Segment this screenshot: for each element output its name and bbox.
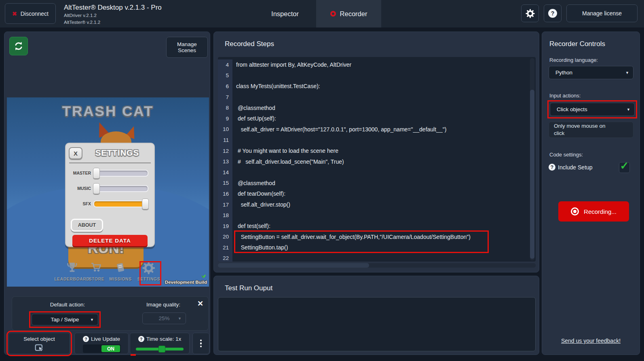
master-volume-row: MASTER [68, 168, 148, 178]
chevron-down-icon: ▼ [178, 317, 182, 321]
code-lines: 4from alttester import By, AltKeyCode, A… [218, 59, 536, 262]
toggle-on-state: ON [101, 345, 120, 352]
only-move-mouse-button[interactable]: Only move mouse on click [549, 122, 633, 138]
refresh-icon [13, 41, 24, 51]
altdriver-version: AltDriver v.2.1.2 [64, 13, 162, 18]
default-action-highlight-frame: Tap / Swipe ▼ [29, 311, 101, 328]
development-build-label: Development Build [165, 280, 207, 285]
include-setup-checkbox[interactable]: ✓ [619, 162, 630, 173]
horizontal-scrollbar [218, 263, 536, 268]
test-run-output-box [218, 297, 536, 351]
input-actions-label: Input actions: [549, 93, 581, 99]
refresh-button[interactable] [9, 37, 28, 55]
recording-button[interactable]: Recording... [558, 201, 629, 222]
check-icon: ✓ [620, 160, 629, 172]
code-settings-label: Code settings: [549, 152, 583, 158]
alttester-version: AltTester® v.2.1.2 [64, 19, 162, 25]
code-line: 12 # You might want to load the scene he… [218, 146, 536, 156]
question-icon: ? [138, 336, 144, 342]
slider-knob[interactable] [142, 198, 149, 209]
dialog-close-button[interactable]: X [69, 147, 82, 159]
code-line: 14 [218, 167, 536, 178]
gear-icon [526, 9, 535, 18]
about-button[interactable]: ABOUT [71, 219, 103, 232]
settings-button[interactable] [521, 4, 539, 22]
music-volume-row: MUSIC [68, 183, 148, 194]
recording-language-label: Recording language: [549, 57, 598, 63]
include-setup-row: ? Include Setup [549, 164, 593, 171]
include-setup-label: Include Setup [558, 164, 593, 171]
master-label: MASTER [68, 171, 93, 175]
red-marker [131, 354, 136, 356]
sfx-label: SFX [68, 201, 93, 206]
question-icon: ? [548, 9, 557, 18]
manage-license-button[interactable]: Manage license [566, 4, 638, 22]
live-update-toggle[interactable]: ON [83, 344, 121, 353]
input-actions-dropdown[interactable]: Click objects ▼ [550, 103, 635, 116]
vertical-scrollbar-thumb[interactable] [530, 90, 534, 259]
default-action-label: Default action: [35, 302, 100, 308]
dialog-title: SETTINGS [84, 148, 151, 158]
code-line: 22 [218, 253, 536, 262]
recorder-controls-title: Recorder Controls [549, 40, 605, 48]
music-volume-slider[interactable] [93, 185, 148, 192]
tab-recorder[interactable]: Recorder [316, 0, 381, 27]
input-actions-highlight-frame: Click objects ▼ [547, 100, 637, 118]
code-line: 9 def setUp(self): [218, 113, 536, 124]
record-dot-icon [330, 11, 336, 17]
more-options-button[interactable] [192, 333, 209, 354]
test-run-output-title: Test Run Ouput [225, 284, 272, 292]
time-scale-slider[interactable] [136, 348, 184, 350]
slider-knob[interactable] [93, 168, 100, 179]
chevron-down-icon: ▼ [90, 318, 94, 322]
live-update-control: ? Live Update ON [74, 333, 129, 354]
close-options-icon[interactable]: ✕ [197, 299, 203, 308]
sfx-volume-slider[interactable] [93, 201, 148, 207]
trophy-icon [65, 262, 79, 274]
feedback-link[interactable]: Send us your feedback! [542, 338, 640, 344]
master-volume-slider[interactable] [93, 170, 148, 177]
select-cursor-icon [35, 344, 44, 352]
disconnect-label: Disconnect [21, 11, 49, 17]
image-quality-dropdown: 25% ▼ [142, 312, 186, 324]
nav-leaderboard[interactable]: LEADERBOARD [54, 262, 89, 281]
tab-inspector[interactable]: Inspector [261, 0, 309, 27]
image-quality-label: Image quality: [141, 302, 186, 308]
recording-language-dropdown[interactable]: Python ▼ [549, 66, 633, 79]
code-editor[interactable]: 4from alttester import By, AltKeyCode, A… [218, 57, 536, 262]
vertical-scrollbar [530, 58, 534, 260]
disconnect-button[interactable]: ✖ Disconnect [5, 3, 56, 24]
code-line: 4from alttester import By, AltKeyCode, A… [218, 59, 536, 70]
code-line: 20 SettingButton = self.alt_driver.wait_… [218, 232, 536, 243]
code-line: 7 [218, 92, 536, 103]
kebab-icon [200, 340, 202, 342]
game-title: TRASH CAT [7, 103, 209, 119]
record-icon [571, 207, 579, 215]
code-line: 10 self.alt_driver = AltDriver(host="127… [218, 124, 536, 135]
live-update-label: Live Update [91, 336, 120, 342]
nav-missions[interactable]: MISSIONS [109, 262, 131, 281]
recorded-steps-title: Recorded Steps [225, 40, 274, 48]
code-line: 15 @classmethod [218, 178, 536, 189]
preview-options-panel: ✕ Default action: Tap / Swipe ▼ Image qu… [12, 296, 209, 331]
sfx-volume-row: SFX [68, 198, 148, 209]
time-scale-control: ? Time scale: 1x [130, 333, 190, 354]
disconnect-x-icon: ✖ [12, 11, 17, 17]
question-icon: ? [83, 336, 89, 342]
chevron-down-icon: ▼ [625, 71, 629, 75]
slider-knob[interactable] [158, 346, 165, 353]
sprout-icon [199, 271, 207, 279]
help-button[interactable]: ? [544, 4, 562, 22]
slider-knob[interactable] [93, 183, 100, 194]
select-object-button[interactable]: Select object [8, 333, 70, 354]
delete-data-button[interactable]: DELETE DATA [72, 235, 148, 246]
test-run-output-panel: Test Run Ouput [213, 276, 539, 355]
top-bar: ✖ Disconnect AltTester® Desktop v.2.1.3 … [0, 0, 644, 27]
game-preview-screenshot[interactable]: TRASH CAT RUN! X SETTINGS MASTER MUSIC [7, 97, 209, 287]
default-action-dropdown[interactable]: Tap / Swipe ▼ [32, 314, 98, 325]
alttester-desktop-window: ✖ Disconnect AltTester® Desktop v.2.1.3 … [0, 0, 644, 361]
manage-scenes-button[interactable]: Manage Scenes [166, 37, 208, 58]
horizontal-scrollbar-thumb[interactable] [218, 263, 369, 268]
nav-store[interactable]: STORE [89, 262, 104, 281]
book-icon [114, 262, 127, 274]
